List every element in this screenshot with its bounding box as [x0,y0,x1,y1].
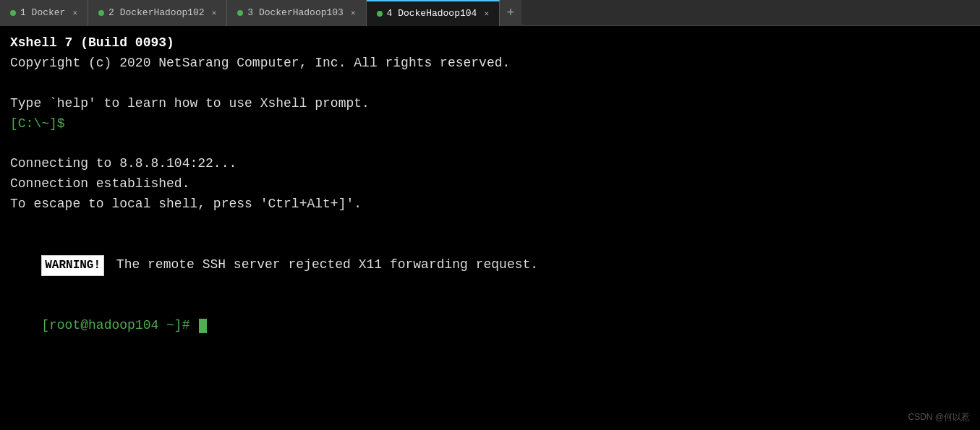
terminal-line-8: Connection established. [10,174,970,194]
tab-4-label: 4 DockeHadoop104 [387,8,477,19]
tab-3-close[interactable]: ✕ [351,8,356,17]
warning-text: The remote SSH server rejected X11 forwa… [108,257,538,272]
terminal-line-9: To escape to local shell, press 'Ctrl+Al… [10,194,970,215]
terminal-cursor [199,319,207,333]
tab-dot-2 [98,10,104,16]
terminal-prompt: [root@hadoop104 ~]# [41,318,197,332]
terminal-line-7: Connecting to 8.8.8.104:22... [10,154,970,174]
terminal-line-4: Type `help' to learn how to use Xshell p… [10,94,970,114]
terminal-empty-2 [10,134,970,154]
terminal-line-2: Copyright (c) 2020 NetSarang Computer, I… [10,53,970,74]
tab-dot-4 [377,11,383,17]
warning-badge: WARNING! [41,255,104,276]
terminal-empty-1 [10,74,970,94]
tab-bar: 1 Docker ✕ 2 DockerHadoop102 ✕ 3 DockerH… [0,0,980,26]
tab-2-close[interactable]: ✕ [212,8,217,17]
tab-2[interactable]: 2 DockerHadoop102 ✕ [88,0,227,26]
tab-dot-1 [10,10,16,16]
tab-1-label: 1 Docker [20,7,65,18]
terminal-prompt-line: [root@hadoop104 ~]# [10,296,970,356]
terminal-warning-line: WARNING! The remote SSH server rejected … [10,235,970,296]
watermark: CSDN @何以惹 [908,410,970,424]
terminal-line-5: [C:\~]$ [10,114,970,134]
tab-4-close[interactable]: ✕ [484,9,489,18]
tab-1-close[interactable]: ✕ [72,8,77,17]
tab-2-label: 2 DockerHadoop102 [108,7,205,18]
tab-1[interactable]: 1 Docker ✕ [0,0,88,26]
new-tab-button[interactable]: + [500,0,521,26]
tab-3[interactable]: 3 DockerHadoop103 ✕ [227,0,366,26]
terminal-empty-3 [10,215,970,235]
terminal-line-1: Xshell 7 (Build 0093) [10,33,970,53]
tab-3-label: 3 DockerHadoop103 [247,7,344,18]
tab-4[interactable]: 4 DockeHadoop104 ✕ [367,0,500,26]
terminal-area[interactable]: Xshell 7 (Build 0093) Copyright (c) 2020… [0,26,980,430]
tab-dot-3 [237,10,243,16]
